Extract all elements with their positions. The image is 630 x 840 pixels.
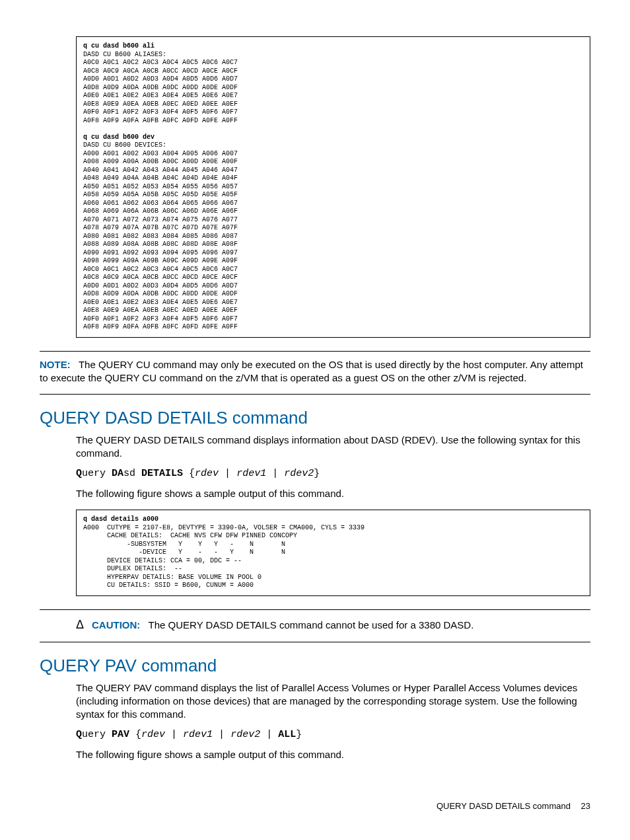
code-box-dasd-details: q dasd details a000 A000 CUTYPE = 2107-E… <box>76 510 590 596</box>
dasd-syntax: Query DAsd DETAILS {rdev | rdev1 | rdev2… <box>76 467 590 480</box>
footer-title: QUERY DASD DETAILS command <box>437 801 571 811</box>
note-text: The QUERY CU command may only be execute… <box>40 359 583 383</box>
page-footer: QUERY DASD DETAILS command 23 <box>437 800 590 812</box>
divider <box>40 609 590 610</box>
divider <box>40 642 590 642</box>
note-paragraph: NOTE: The QUERY CU command may only be e… <box>40 358 590 385</box>
pav-syntax: Query PAV {rdev | rdev1 | rdev2 | ALL} <box>76 728 590 742</box>
note-label: NOTE: <box>40 359 71 370</box>
caution-icon: Δ <box>76 617 84 632</box>
heading-query-dasd-details: QUERY DASD DETAILS command <box>40 406 590 430</box>
caution-row: Δ CAUTION: The QUERY DASD DETAILS comman… <box>76 617 590 632</box>
page-number: 23 <box>581 801 590 811</box>
heading-query-pav: QUERY PAV command <box>40 654 590 677</box>
code-box-cu: q cu dasd b600 ali DASD CU B600 ALIASES:… <box>76 36 590 338</box>
pav-intro: The QUERY PAV command displays the list … <box>76 681 590 722</box>
dasd-intro: The QUERY DASD DETAILS command displays … <box>76 434 590 461</box>
divider <box>40 394 590 395</box>
pav-sample-text: The following figure shows a sample outp… <box>76 748 590 761</box>
caution-text: The QUERY DASD DETAILS command cannot be… <box>149 619 474 630</box>
dasd-sample-text: The following figure shows a sample outp… <box>76 487 590 500</box>
caution-label: CAUTION: <box>92 619 140 630</box>
divider <box>40 351 590 352</box>
